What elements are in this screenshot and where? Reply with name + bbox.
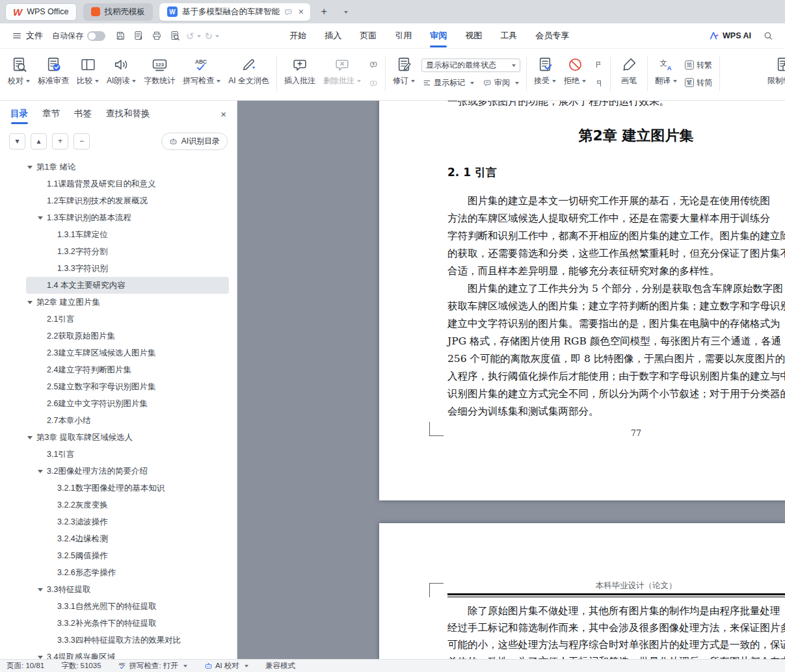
toc-item-selected[interactable]: 1.4 本文主要研究内容 [26,277,229,294]
close-sidebar-icon[interactable]: × [220,109,226,119]
reject-change-button[interactable]: 拒绝 [560,52,590,96]
body-line[interactable]: 图片集的建立是本文一切研究工作开展的基石，无论是在使用传统图 [447,192,785,210]
markup-state-select[interactable]: 显示标记的最终状态 [421,58,520,72]
menu-reference[interactable]: 引用 [386,23,421,48]
chapter-heading[interactable]: 第2章 建立图片集 [447,125,785,147]
tab-wps-office[interactable]: W WPS Office [5,3,77,21]
toc-item[interactable]: 1.3.3字符识别 [26,260,229,277]
chevron-down-icon[interactable] [38,216,43,222]
chevron-down-icon[interactable] [27,436,33,442]
expand-all-button[interactable]: ▾ [9,133,25,149]
section-heading[interactable]: 2. 1 引言 [447,164,785,181]
tab-sections[interactable]: 章节 [42,101,60,127]
simplified-to-traditional-button[interactable]: 简 转繁 [684,58,713,71]
body-line[interactable]: 获取车牌区域候选人的图片集；建立字符判断的图片集；建立数字和字母识别的 [447,298,785,315]
delete-comment-button[interactable]: 删除批注 [319,52,365,96]
toc-item[interactable]: 3.2.3滤波操作 [26,513,229,530]
toc-item[interactable]: 3.4提取感兴趣区域 [26,649,229,659]
body-line[interactable]: 入程序，执行阈值化操作后才能使用；由于数字和字母识别图片集的建立与中 [447,368,785,385]
body-line[interactable]: 除了原始图片集不做处理，其他所有图片集的制作均是由程序批量处理 [447,602,785,619]
file-menu-button[interactable]: 文件 [7,27,48,45]
menu-review[interactable]: 审阅 [421,23,456,48]
word-count-button[interactable]: 123 字数统计 [140,52,179,96]
body-line[interactable]: 会细分为训练集和测试集两部分。 [447,403,785,420]
restrict-editing-button[interactable]: 限制编辑 [764,52,785,87]
toc-item[interactable]: 2.7本章小结 [26,412,229,429]
toc-item[interactable]: 3.2.5阈值操作 [26,547,229,564]
ink-brush-button[interactable]: 画笔 [614,52,644,96]
toc-item[interactable]: 2.1引言 [26,311,229,328]
standard-review-button[interactable]: 标准审查 [34,52,73,96]
next-comment-button[interactable] [367,78,380,89]
toc-item[interactable]: 1.3.2字符分割 [26,243,229,260]
tab-list-chevron[interactable] [338,5,352,19]
ai-proofread-status[interactable]: AI 校对 [204,661,248,671]
body-line[interactable]: 方法的车牌区域候选人提取研究工作中，还是在需要大量样本用于训练分 [447,210,785,227]
demote-button[interactable]: − [73,133,90,149]
document-canvas[interactable]: 一张或多张图片的功能，展示了程序的运行效果。 第2章 建立图片集 2. 1 引言… [237,101,785,659]
redo-button[interactable]: ↻ [204,27,221,44]
insert-comment-button[interactable]: 插入批注 [280,52,319,96]
toc-item[interactable]: 1.1课题背景及研究目的和意义 [26,175,229,192]
ai-recognize-toc-button[interactable]: AI识别目录 [161,133,228,150]
compatibility-mode-indicator[interactable]: 兼容模式 [265,661,295,671]
comment-bubble-icon[interactable] [284,8,293,16]
toc-item[interactable]: 1.2车牌识别技术的发展概况 [26,192,229,209]
toc-item[interactable]: 1.3.1车牌定位 [26,226,229,243]
menu-tools[interactable]: 工具 [491,23,526,48]
print-button[interactable] [148,27,165,44]
body-line[interactable]: 256 个可能的离散灰度值，即 8 比特图像，于黑白图片，需要以灰度图片的 [447,350,785,368]
toc-item[interactable]: 2.5建立数字和字母识别图片集 [26,378,229,395]
toc-item[interactable]: 3.3.1自然光照下的特征提取 [26,598,229,615]
body-line[interactable]: 的获取，还需要筛选和分类，这些工作虽然繁重耗时，但充分保证了图片集不 [447,245,785,263]
promote-button[interactable]: + [52,133,68,149]
save-button[interactable] [112,27,129,44]
tab-contents[interactable]: 目录 [10,101,28,127]
spell-check-button[interactable]: ABC 拼写检查 [179,52,224,96]
previous-change-button[interactable] [592,59,605,70]
toc-item[interactable]: 3.1引言 [26,446,229,463]
toc-item[interactable]: 3.2图像处理方法的简要介绍 [26,463,229,480]
close-tab-icon[interactable]: × [297,7,305,16]
toc-item[interactable]: 2.6建立中文字符识别图片集 [26,395,229,412]
chevron-down-icon[interactable] [38,588,43,594]
chevron-down-icon[interactable] [38,470,43,476]
toc-item[interactable]: 第2章 建立图片集 [26,294,229,311]
toc-item[interactable]: 3.2.4边缘检测 [26,530,229,547]
toc-item[interactable]: 2.3建立车牌区域候选人图片集 [26,344,229,361]
previous-comment-button[interactable] [367,59,380,70]
translate-button[interactable]: 文A 翻译 [651,52,681,96]
toc-item[interactable]: 3.2.2灰度变换 [26,497,229,513]
toc-item[interactable]: 3.3.3四种特征提取方法的效果对比 [26,632,229,649]
toc-item[interactable]: 2.2获取原始图片集 [26,328,229,344]
toc-item[interactable]: 3.3.2补光条件下的特征提取 [26,615,229,632]
page-2[interactable]: 本科毕业设计（论文） 除了原始图片集不做处理，其他所有图片集的制作均是由程序批量… [379,523,785,659]
chevron-down-icon[interactable] [38,656,43,660]
menu-view[interactable]: 视图 [456,23,491,48]
tab-document[interactable]: W 基于多模型融合的车牌智能识 × [159,3,310,21]
export-pdf-button[interactable] [130,27,147,44]
next-change-button[interactable] [592,78,605,89]
ai-polish-button[interactable]: AI 全文润色 [224,52,273,96]
menu-page[interactable]: 页面 [351,23,386,48]
ai-read-button[interactable]: AI朗读 [103,52,140,96]
tab-bookmarks[interactable]: 书签 [74,101,92,127]
toc-item[interactable]: 3.3特征提取 [26,581,229,598]
new-tab-button[interactable]: + [317,5,331,19]
body-line[interactable]: 经过手工标记和筛选制作而来，其中会涉及很多图像处理方法，来保证图片多 [447,619,785,636]
toc-item[interactable]: 2.4建立字符判断图片集 [26,361,229,378]
track-changes-button[interactable]: 修订 [389,52,419,96]
menu-insert[interactable]: 插入 [315,23,351,48]
body-line[interactable]: 图片集的建立了工作共分为 5 个部分，分别是获取包含车牌原始数字图 [447,280,785,298]
proofread-button[interactable]: 校对 [4,52,34,96]
accept-change-button[interactable]: 接受 [530,52,560,96]
body-line[interactable]: 字符判断和识别工作中，都离不开相应的图片集的建立工作。图片集的建立除 [447,227,785,245]
review-pane-button[interactable]: 审阅 [482,76,520,89]
toc-item[interactable]: 第3章 提取车牌区域候选人 [26,429,229,446]
toc-item[interactable]: 1.3车牌识别的基本流程 [26,209,229,226]
toc-item[interactable]: 3.2.1数字图像处理的基本知识 [26,480,229,497]
toc-item[interactable]: 第1章 绪论 [26,159,229,175]
collapse-all-button[interactable]: ▴ [31,133,47,149]
body-line[interactable]: 识别图片集的建立方式完全不同，所以分为两个小节叙述；对于用于分类器的图 [447,385,785,403]
chevron-down-icon[interactable] [27,301,33,307]
